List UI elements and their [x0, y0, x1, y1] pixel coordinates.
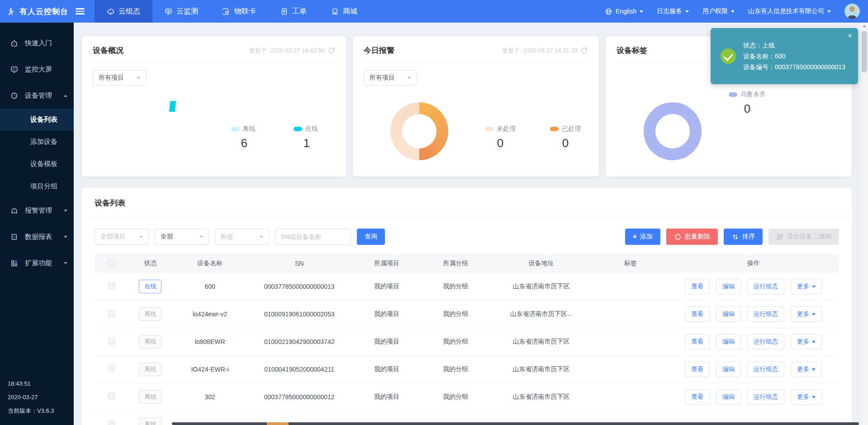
vertical-scrollbar[interactable]	[861, 23, 868, 425]
more-button[interactable]: 更多	[791, 279, 822, 294]
run-scada-button[interactable]: 运行组态	[747, 306, 784, 322]
more-button[interactable]: 更多	[791, 334, 822, 349]
refresh-icon[interactable]	[580, 47, 588, 54]
row-checkbox[interactable]	[108, 310, 115, 317]
export-qrcode-button[interactable]: 导出设备二维码	[768, 229, 839, 245]
more-button[interactable]: 更多	[791, 362, 822, 377]
usr-logo-icon	[6, 7, 15, 16]
table-row: 离线 IO424-EWR-i 01000419052000004211 我的项目…	[95, 356, 839, 383]
user-permission-menu[interactable]: 用户权限	[702, 7, 735, 15]
project-filter-select[interactable]: 所有项目	[364, 70, 417, 86]
status-badge: 离线	[139, 418, 161, 425]
device-sn: 01000419052000004211	[247, 366, 351, 373]
run-scada-button[interactable]: 运行组态	[747, 389, 784, 405]
top-right-menus: English 日志服务 用户权限 山东有人信息技术有限公司	[605, 4, 868, 19]
more-button[interactable]: 更多	[791, 306, 822, 322]
brand[interactable]: 有人云控制台	[0, 0, 92, 23]
nav-item-mall[interactable]: 商城	[319, 0, 370, 23]
status-filter-select[interactable]: 全部	[155, 229, 209, 245]
language-selector[interactable]: English	[605, 8, 643, 15]
chevron-down-icon	[137, 77, 140, 79]
row-checkbox[interactable]	[108, 420, 115, 425]
chevron-down-icon	[64, 210, 67, 212]
view-button[interactable]: 查看	[685, 279, 710, 294]
sidebar-item-extensions[interactable]: 扩展功能	[0, 250, 74, 276]
select-all-checkbox[interactable]	[108, 259, 115, 266]
sidebar-item-device-list[interactable]: 设备列表	[0, 109, 74, 131]
project-filter-select[interactable]: 全部项目	[95, 229, 149, 245]
sort-button[interactable]: 排序	[724, 229, 763, 245]
device-sn: 01000919061000002053	[247, 310, 351, 318]
sidebar-footer: 18:43:51 2020-03-27 当前版本：V3.6.3	[8, 377, 54, 418]
view-button[interactable]: 查看	[685, 389, 710, 405]
edit-button[interactable]: 编辑	[716, 389, 741, 405]
search-input[interactable]	[275, 229, 351, 245]
nav-item-cloud-monitor[interactable]: 云监测	[152, 0, 210, 23]
tag-filter-select[interactable]: 标签	[215, 229, 269, 245]
scroll-up-arrow[interactable]	[863, 25, 866, 27]
batch-delete-button[interactable]: 批量删除	[666, 229, 718, 245]
legend-unhandled: 未处理 0	[485, 125, 516, 150]
plus-icon: +	[633, 233, 637, 240]
nav-item-cloud-scada[interactable]: 云组态	[95, 0, 152, 23]
view-button[interactable]: 查看	[685, 362, 710, 377]
legend-swatch	[485, 127, 493, 131]
device-sn: 01000219042900003742	[247, 338, 351, 345]
cloud-icon	[107, 8, 114, 15]
sidebar-item-add-device[interactable]: 添加设备	[0, 131, 74, 153]
chevron-up-icon	[64, 95, 67, 97]
edit-button[interactable]: 编辑	[716, 362, 741, 377]
tags-donut-chart	[644, 102, 702, 160]
horizontal-scrollbar[interactable]	[172, 422, 859, 425]
status-badge: 离线	[139, 307, 161, 321]
scrollbar-thumb[interactable]	[862, 31, 867, 72]
version-label: 当前版本：V3.6.3	[8, 404, 54, 418]
filter-toolbar: 全部项目 全部 标签 查询 + 添加 批量删除 排序	[95, 229, 839, 245]
sidebar-item-device-management[interactable]: 设备管理	[0, 82, 74, 109]
row-checkbox[interactable]	[108, 393, 115, 400]
nav-item-work-order[interactable]: 工单	[268, 0, 319, 23]
chevron-down-icon	[812, 286, 816, 288]
sidebar-item-data-report[interactable]: 数据报表	[0, 224, 74, 250]
nav-item-iot-card[interactable]: 物联卡	[210, 0, 268, 23]
sidebar-item-quick-start[interactable]: 快速入门	[0, 30, 74, 56]
scrollbar-accent	[267, 422, 289, 425]
row-checkbox[interactable]	[108, 338, 115, 344]
card-title: 设备概况	[93, 45, 123, 56]
row-checkbox[interactable]	[108, 282, 115, 289]
project-filter-select[interactable]: 所有项目	[93, 70, 146, 86]
menu-icon[interactable]	[76, 8, 85, 14]
sidebar-item-monitor-screen[interactable]: 监控大屏	[0, 56, 74, 82]
check-icon	[721, 48, 736, 64]
sidebar-item-alarm-management[interactable]: 报警管理	[0, 197, 74, 224]
edit-button[interactable]: 编辑	[716, 306, 741, 322]
view-button[interactable]: 查看	[685, 306, 710, 322]
globe-icon	[605, 8, 612, 15]
run-scada-button[interactable]: 运行组态	[747, 334, 784, 349]
avatar[interactable]	[844, 4, 860, 19]
card-title: 今日报警	[364, 45, 394, 56]
status-badge: 离线	[139, 335, 161, 349]
sidebar-item-project-group[interactable]: 项目分组	[0, 175, 74, 197]
row-checkbox[interactable]	[108, 365, 115, 372]
view-button[interactable]: 查看	[685, 334, 710, 349]
chevron-down-icon	[812, 313, 816, 315]
table-header-row: 状态 设备名称 SN 所属项目 所属分组 设备地址 标签 操作	[95, 254, 839, 273]
company-account-menu[interactable]: 山东有人信息技术有限公司	[748, 7, 831, 15]
edit-button[interactable]: 编辑	[716, 279, 741, 294]
more-button[interactable]: 更多	[791, 389, 822, 405]
batch-delete-icon	[674, 233, 682, 241]
edit-button[interactable]: 编辑	[716, 334, 741, 349]
log-service-menu[interactable]: 日志服务	[657, 7, 689, 15]
run-scada-button[interactable]: 运行组态	[747, 279, 784, 294]
chevron-down-icon	[731, 10, 735, 13]
close-icon[interactable]: ×	[848, 31, 852, 40]
add-device-button[interactable]: + 添加	[625, 229, 660, 245]
run-scada-button[interactable]: 运行组态	[747, 362, 784, 377]
sidebar-item-device-template[interactable]: 设备模板	[0, 153, 74, 175]
table-row: 在线 600 00037785000000000013 我的项目 我的分组 山东…	[95, 273, 839, 301]
refresh-icon[interactable]	[327, 47, 335, 54]
home-icon	[10, 39, 18, 47]
search-button[interactable]: 查询	[357, 229, 385, 245]
device-overview-bar	[169, 101, 176, 112]
